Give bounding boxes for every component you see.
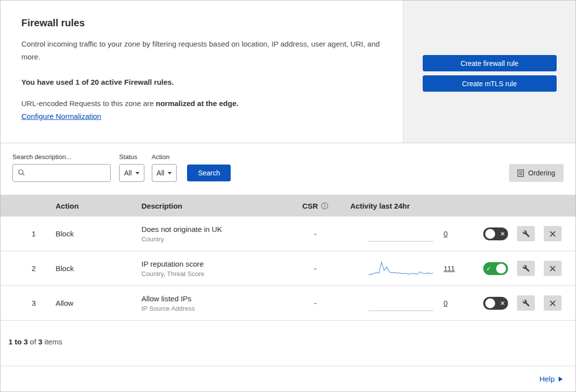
search-icon: [18, 169, 25, 176]
activity-count-link[interactable]: 0: [444, 229, 448, 238]
configure-normalization-link[interactable]: Configure Normalization: [21, 112, 101, 120]
column-header-activity: Activity last 24hr: [343, 202, 437, 210]
rule-csr: -: [288, 299, 343, 307]
rule-description: Does not originate in UK: [141, 225, 288, 233]
column-header-action: Action: [48, 202, 133, 210]
rule-csr: -: [288, 229, 343, 238]
activity-sparkline: [369, 260, 433, 278]
toggle-knob: [496, 264, 506, 274]
rule-action: Block: [48, 264, 133, 273]
wrench-icon: [522, 230, 530, 237]
ordering-label: Ordering: [528, 169, 555, 177]
delete-rule-button[interactable]: [544, 261, 562, 276]
rule-enabled-toggle[interactable]: [483, 262, 508, 275]
activity-sparkline: [369, 225, 433, 243]
toggle-state-icon: [499, 300, 506, 307]
normalization-bold: normalized at the edge.: [156, 99, 239, 108]
edit-rule-button[interactable]: [517, 226, 535, 241]
header-actions-panel: Create firewall rule Create mTLS rule: [403, 0, 576, 143]
items-summary: 1 to 3 of 3 items: [0, 321, 576, 366]
usage-notice: You have used 1 of 20 active Firewall ru…: [21, 78, 383, 86]
page-description: Control incoming traffic to your zone by…: [21, 38, 383, 64]
header-text-panel: Firewall rules Control incoming traffic …: [0, 0, 403, 143]
create-firewall-rule-button[interactable]: Create firewall rule: [423, 55, 557, 71]
rule-priority: 1: [0, 229, 48, 238]
action-label: Action: [152, 153, 177, 161]
edit-rule-button[interactable]: [517, 261, 535, 276]
status-value: All: [124, 169, 132, 177]
filter-toolbar: Search description... Status All Action …: [0, 143, 576, 195]
help-link[interactable]: Help: [539, 375, 563, 383]
create-mtls-rule-button[interactable]: Create mTLS rule: [423, 75, 557, 92]
rule-action: Allow: [48, 299, 133, 307]
help-bar: Help: [0, 366, 576, 392]
search-box: [12, 164, 111, 182]
activity-count-link[interactable]: 0: [444, 299, 448, 307]
rule-priority: 3: [0, 299, 48, 307]
chevron-down-icon: [135, 172, 139, 174]
normalization-notice: URL-encoded Requests to this zone are no…: [21, 99, 383, 108]
column-header-csr: CSR: [288, 202, 343, 210]
rule-description: IP reputation score: [141, 260, 288, 268]
csr-label: CSR: [302, 202, 318, 210]
rule-criteria: Country, Threat Score: [141, 270, 288, 278]
table-row: 3 Allow Allow listed IPs IP Source Addre…: [0, 286, 576, 321]
edit-rule-button[interactable]: [517, 295, 535, 311]
items-range: 1 to 3: [8, 337, 28, 346]
caret-right-icon: [559, 377, 563, 382]
info-icon[interactable]: [321, 202, 328, 210]
column-header-description: Description: [133, 202, 288, 210]
close-icon: [549, 230, 556, 237]
rule-csr: -: [288, 264, 343, 273]
toggle-state-icon: [499, 230, 506, 237]
action-filter-group: Action All: [152, 153, 177, 182]
page-title: Firewall rules: [21, 17, 383, 29]
table-header: Action Description CSR Activity last 24h…: [0, 195, 576, 217]
search-label: Search description...: [12, 153, 111, 161]
items-total: 3: [38, 337, 42, 346]
status-dropdown[interactable]: All: [119, 164, 144, 182]
status-label: Status: [119, 153, 144, 161]
ordering-button[interactable]: Ordering: [509, 164, 564, 182]
wrench-icon: [522, 299, 530, 307]
rule-priority: 2: [0, 264, 48, 273]
help-label: Help: [539, 375, 555, 383]
search-input[interactable]: [12, 164, 111, 182]
action-dropdown[interactable]: All: [152, 164, 177, 182]
rule-criteria: Country: [141, 235, 288, 243]
firewall-rules-table: Action Description CSR Activity last 24h…: [0, 195, 576, 321]
close-icon: [549, 265, 556, 272]
close-icon: [549, 300, 556, 307]
rule-description: Allow listed IPs: [141, 294, 288, 303]
toggle-knob: [485, 298, 495, 308]
ordering-list-icon: [517, 169, 524, 177]
table-row: 1 Block Does not originate in UK Country…: [0, 217, 576, 251]
wrench-icon: [522, 265, 530, 272]
normalization-text: URL-encoded Requests to this zone are: [21, 99, 154, 108]
page-header: Firewall rules Control incoming traffic …: [0, 0, 576, 143]
delete-rule-button[interactable]: [544, 295, 562, 311]
search-group: Search description...: [12, 153, 111, 182]
rule-criteria: IP Source Address: [141, 305, 288, 312]
toggle-state-icon: [485, 265, 492, 272]
toggle-knob: [485, 229, 495, 239]
activity-sparkline: [369, 294, 433, 312]
activity-count-link[interactable]: 111: [444, 264, 455, 273]
status-filter-group: Status All: [119, 153, 144, 182]
rule-action: Block: [48, 229, 133, 238]
search-button[interactable]: Search: [187, 165, 231, 181]
table-row: 2 Block IP reputation score Country, Thr…: [0, 251, 576, 286]
action-value: All: [157, 169, 165, 177]
delete-rule-button[interactable]: [544, 226, 562, 241]
rule-enabled-toggle[interactable]: [483, 297, 508, 310]
firewall-rules-page: Firewall rules Control incoming traffic …: [0, 0, 576, 392]
chevron-down-icon: [168, 172, 172, 174]
rule-enabled-toggle[interactable]: [483, 227, 508, 240]
